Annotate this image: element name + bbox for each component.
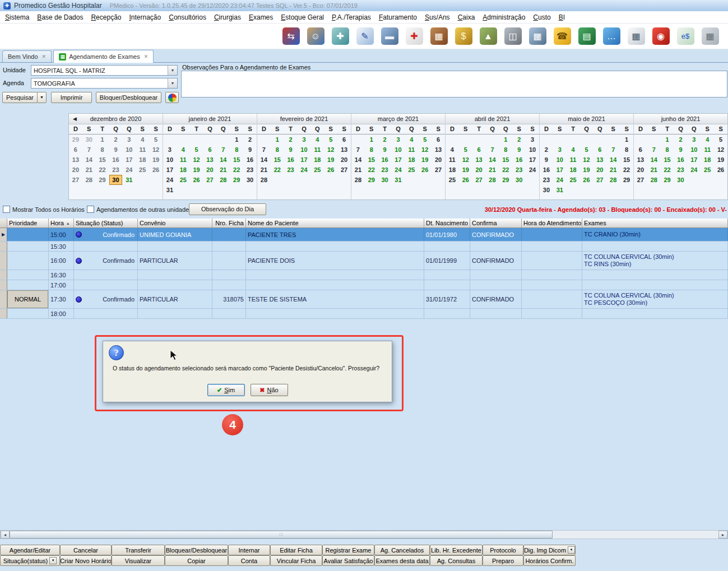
calendar-day[interactable]: 3 (298, 134, 311, 145)
table-row[interactable]: NORMAL17:30ConfirmadoPARTICULAR318075TES… (0, 290, 728, 309)
calendar-day[interactable]: 7 (82, 145, 96, 155)
calendar-day[interactable]: 13 (593, 155, 606, 165)
menu-item-administra-o[interactable]: Administração (479, 12, 529, 22)
calendar-day[interactable]: 25 (136, 165, 149, 175)
safe-button[interactable]: ◫ (500, 25, 525, 48)
lib-hr-excedente-button[interactable]: Lib. Hr. Excedente (430, 545, 483, 555)
chat-button[interactable]: … (599, 25, 624, 48)
calendar-day[interactable]: 26 (418, 165, 432, 175)
row-selector[interactable] (0, 252, 7, 270)
imprimir-button[interactable]: Imprimir (51, 92, 92, 103)
calendar-day[interactable]: 24 (298, 165, 311, 175)
calendar-day[interactable]: 1 (271, 134, 284, 145)
calendar-day[interactable]: 29 (499, 175, 512, 185)
situa-o-status-button[interactable]: Situação(status)▼ (0, 555, 60, 566)
calendar-day[interactable]: 30 (109, 175, 123, 185)
calendar-day[interactable]: 16 (243, 155, 257, 165)
calendar-day[interactable]: 28 (351, 175, 365, 185)
calendar-day[interactable]: 27 (634, 175, 647, 185)
calendar-day[interactable]: 1 (365, 134, 378, 145)
calendar-day[interactable]: 20 (472, 165, 486, 175)
calendar-day[interactable]: 28 (486, 175, 499, 185)
table-row[interactable]: 18:00 (0, 309, 728, 319)
calendar-day[interactable]: 24 (526, 165, 539, 175)
calendar-day[interactable]: 17 (526, 155, 539, 165)
calendar-day[interactable]: 5 (580, 145, 593, 155)
calendar-day[interactable]: 9 (284, 145, 298, 155)
calendar-day[interactable]: 15 (271, 155, 284, 165)
column-header-conv-nio[interactable]: Convênio (138, 219, 212, 228)
chevron-down-icon[interactable]: ▼ (568, 546, 575, 554)
calendar-day[interactable]: 11 (177, 155, 190, 165)
calendar-day[interactable]: 31 (392, 175, 405, 185)
calendar-day[interactable]: 23 (284, 165, 298, 175)
column-header-nro-ficha[interactable]: Nro. Ficha (212, 219, 246, 228)
ag-cancelados-button[interactable]: Ag. Cancelados (374, 545, 430, 555)
calendar-day[interactable]: 19 (190, 165, 203, 175)
calendar-day[interactable]: 8 (230, 145, 243, 155)
calendar-day[interactable]: 14 (486, 155, 499, 165)
calendar-day[interactable]: 10 (553, 155, 567, 165)
doctor-button[interactable]: ✚ (328, 25, 353, 48)
calendar-day[interactable]: 6 (432, 134, 445, 145)
logistics-button[interactable]: ▲ (476, 25, 500, 48)
calendar-day[interactable]: 16 (540, 165, 553, 175)
calendar-day[interactable]: 11 (446, 155, 459, 165)
calendar-day[interactable]: 10 (687, 145, 701, 155)
conta-button[interactable]: Conta (228, 555, 270, 566)
calendar-day[interactable]: 28 (216, 175, 230, 185)
calendar-day[interactable]: 28 (647, 175, 661, 185)
book-button[interactable]: ▤ (574, 25, 599, 48)
calendar-day[interactable]: 29 (365, 175, 378, 185)
calendar-day[interactable]: 10 (526, 145, 539, 155)
calendar-day[interactable]: 7 (606, 145, 620, 155)
bloquear-desbloquear-button[interactable]: Bloquear/Desbloquear (165, 545, 228, 555)
calendar-day[interactable]: 9 (109, 145, 123, 155)
calendar-day[interactable]: 20 (337, 155, 351, 165)
calendar-day[interactable]: 9 (378, 145, 392, 155)
calendar-day[interactable]: 15 (365, 155, 378, 165)
clipped-button[interactable]: ▦ (698, 25, 722, 48)
calendar-day[interactable]: 1 (96, 134, 109, 145)
calendar-day[interactable]: 3 (687, 134, 701, 145)
calendar-day[interactable]: 16 (284, 155, 298, 165)
calendar-day[interactable]: 18 (136, 155, 149, 165)
calendar-day[interactable]: 21 (486, 165, 499, 175)
menu-item-consult-rios[interactable]: Consultórios (165, 12, 210, 22)
calendar-day[interactable]: 6 (69, 145, 82, 155)
calendar-day[interactable]: 19 (324, 155, 337, 165)
calendar-day[interactable]: 19 (459, 165, 472, 175)
calendar-day[interactable]: 22 (271, 165, 284, 175)
calculator-button[interactable]: ▦ (525, 25, 550, 48)
calendar-day[interactable]: 15 (96, 155, 109, 165)
calendar-day[interactable]: 14 (257, 155, 271, 165)
table-row[interactable]: 16:30 (0, 270, 728, 280)
calendar-day[interactable]: 3 (163, 145, 177, 155)
calendar-day[interactable]: 6 (593, 145, 606, 155)
calendar-day[interactable]: 6 (203, 145, 217, 155)
calendar-day[interactable]: 5 (324, 134, 337, 145)
calendar-day[interactable]: 23 (540, 175, 553, 185)
mostrar-horarios-checkbox[interactable]: Mostrar Todos os Horários (3, 206, 85, 213)
calendar-day[interactable]: 12 (324, 145, 337, 155)
calendar-day[interactable]: 11 (310, 145, 324, 155)
calendar-day[interactable]: 17 (298, 155, 311, 165)
calendar-day[interactable]: 2 (512, 134, 526, 145)
calendar-day[interactable]: 19 (714, 155, 727, 165)
tab-agendamento-de-exames[interactable]: ▦Agendamento de Exames✕ (53, 50, 154, 63)
calendar-day[interactable]: 2 (243, 134, 257, 145)
calendar-day[interactable]: 24 (392, 165, 405, 175)
calendar-day[interactable]: 13 (634, 155, 647, 165)
observacoes-textarea[interactable] (181, 71, 727, 98)
calendar-day[interactable]: 11 (405, 145, 418, 155)
row-selector[interactable] (0, 290, 7, 308)
calendar-day[interactable]: 27 (203, 175, 217, 185)
calendar-day[interactable]: 12 (714, 145, 727, 155)
calendar-day[interactable]: 2 (378, 134, 392, 145)
row-selector[interactable]: ▶ (0, 228, 7, 241)
calendar-day[interactable]: 5 (149, 134, 163, 145)
calendar-day[interactable]: 21 (82, 165, 96, 175)
calendar-day[interactable]: 17 (392, 155, 405, 165)
calendar-day[interactable]: 7 (257, 145, 271, 155)
calendar-day[interactable]: 15 (620, 155, 633, 165)
